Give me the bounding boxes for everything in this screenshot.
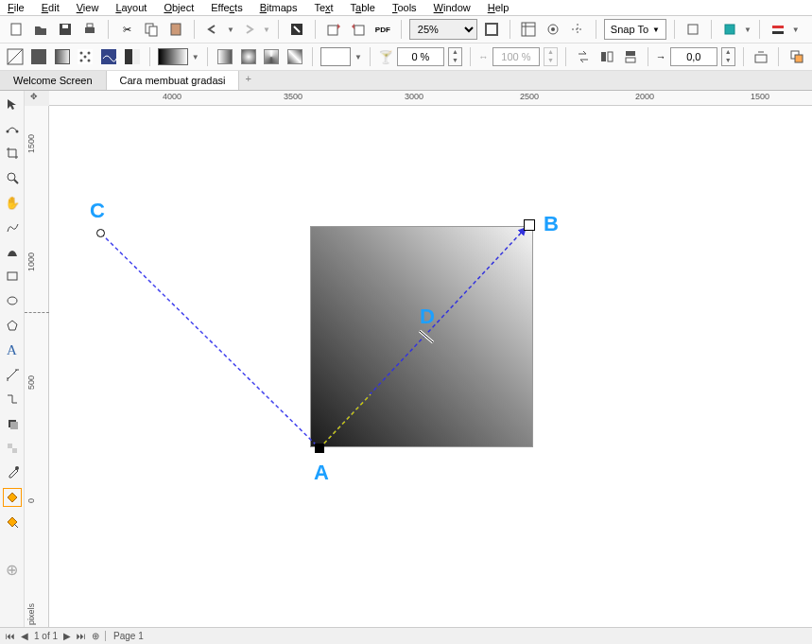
launcher-button[interactable]	[719, 19, 740, 40]
drop-shadow-tool[interactable]	[3, 414, 22, 433]
menu-file[interactable]: File	[8, 2, 25, 13]
new-button[interactable]	[6, 19, 26, 40]
interactive-fill-tool[interactable]	[3, 488, 22, 507]
connector-tool[interactable]	[3, 390, 22, 409]
color-dropdown-icon[interactable]: ▼	[354, 53, 362, 61]
page-tab[interactable]: Page 1	[105, 631, 144, 641]
reverse-fill-button[interactable]	[574, 46, 594, 67]
undo-dropdown-icon[interactable]: ▼	[227, 26, 234, 34]
publish-pdf-button[interactable]: PDF	[372, 19, 393, 40]
postscript-fill-button[interactable]	[122, 46, 142, 67]
annotation-d: D	[420, 305, 435, 329]
print-button[interactable]	[79, 19, 100, 40]
crop-tool[interactable]	[3, 144, 22, 163]
export-button[interactable]	[348, 19, 369, 40]
gradient-dropdown-icon[interactable]: ▼	[192, 53, 199, 61]
tab-document[interactable]: Cara membuat gradasi	[107, 71, 240, 90]
full-screen-button[interactable]	[481, 19, 502, 40]
menu-text[interactable]: Text	[314, 2, 333, 13]
menu-bitmaps[interactable]: Bitmaps	[260, 2, 298, 13]
tab-add-button[interactable]: +	[239, 71, 256, 90]
shape-tool[interactable]	[3, 119, 22, 138]
text-tool[interactable]: A	[3, 340, 22, 359]
merge-spinner[interactable]: ▲▼	[544, 47, 558, 66]
gradient-end-handle[interactable]	[524, 219, 535, 231]
fountain-fill-button[interactable]	[52, 46, 72, 67]
nav-prev-icon[interactable]: ◀	[21, 631, 28, 641]
polygon-tool[interactable]	[3, 316, 22, 335]
gradient-rectangle[interactable]	[310, 226, 533, 447]
app-launcher-button[interactable]	[768, 19, 788, 40]
rectangle-tool[interactable]	[3, 267, 22, 286]
elliptical-fountain-button[interactable]	[238, 46, 258, 67]
snap-to-button[interactable]: Snap To▼	[604, 19, 666, 40]
menu-table[interactable]: Table	[351, 2, 375, 13]
show-guidelines-button[interactable]	[567, 19, 588, 40]
app-dropdown-icon[interactable]: ▼	[792, 26, 800, 34]
nav-first-icon[interactable]: ⏮	[6, 631, 15, 641]
open-button[interactable]	[30, 19, 51, 40]
linear-fountain-button[interactable]	[216, 46, 235, 67]
redo-dropdown-icon[interactable]: ▼	[263, 26, 270, 34]
menu-help[interactable]: Help	[488, 2, 510, 13]
uniform-fill-button[interactable]	[29, 46, 49, 67]
gradient-preview[interactable]	[158, 48, 188, 65]
menu-object[interactable]: Object	[164, 2, 194, 13]
fill-none-button[interactable]	[6, 46, 26, 67]
menu-layout[interactable]: Layout	[115, 2, 147, 13]
menu-window[interactable]: Window	[434, 2, 471, 13]
options-button[interactable]	[682, 19, 703, 40]
nav-next-icon[interactable]: ▶	[63, 631, 71, 641]
launcher-dropdown-icon[interactable]: ▼	[744, 26, 752, 34]
transparency-spinner[interactable]: ▲▼	[448, 47, 462, 66]
parallel-dimension-tool[interactable]	[3, 365, 22, 384]
mirror-h-button[interactable]	[597, 46, 617, 67]
import-button[interactable]	[323, 19, 344, 40]
redo-button[interactable]	[238, 19, 259, 40]
nav-add-page-icon[interactable]: ⊕	[92, 631, 99, 641]
merge-input[interactable]	[492, 47, 540, 66]
show-rulers-button[interactable]	[518, 19, 539, 40]
transparency-input[interactable]	[397, 47, 444, 66]
transparency-tool[interactable]	[3, 439, 22, 458]
quick-customize-button[interactable]: ⊕	[3, 560, 22, 579]
zoom-select[interactable]: 25%	[409, 19, 477, 40]
node-color-swatch[interactable]	[320, 47, 351, 66]
tab-welcome[interactable]: Welcome Screen	[0, 71, 107, 90]
ellipse-tool[interactable]	[3, 291, 22, 310]
gradient-c-handle[interactable]	[96, 229, 105, 237]
work-area: ✋ A ⊕ ✥ 4000 3500 3000 2500 2000 1500 15…	[0, 91, 812, 629]
copy-fill-button[interactable]	[786, 46, 806, 67]
menu-view[interactable]: View	[77, 2, 99, 13]
conical-fountain-button[interactable]	[262, 46, 282, 67]
nav-last-icon[interactable]: ⏭	[77, 631, 86, 641]
undo-button[interactable]	[202, 19, 223, 40]
gradient-start-handle[interactable]	[315, 444, 324, 453]
show-grid-button[interactable]	[543, 19, 563, 40]
paste-button[interactable]	[165, 19, 186, 40]
cut-button[interactable]: ✂	[116, 19, 137, 40]
rectangular-fountain-button[interactable]	[285, 46, 305, 67]
rotate-spinner[interactable]: ▲▼	[721, 47, 735, 66]
crosshair-icon[interactable]: ✥	[30, 92, 38, 101]
mirror-v-button[interactable]	[620, 46, 640, 67]
artistic-media-tool[interactable]	[3, 242, 22, 261]
save-button[interactable]	[55, 19, 76, 40]
texture-fill-button[interactable]	[99, 46, 119, 67]
canvas[interactable]: C B D A	[49, 106, 812, 629]
rotate-input[interactable]	[670, 47, 717, 66]
freehand-tool[interactable]	[3, 218, 22, 236]
menu-edit[interactable]: Edit	[42, 2, 60, 13]
search-content-button[interactable]	[286, 19, 307, 40]
menu-tools[interactable]: Tools	[392, 2, 417, 13]
menu-effects[interactable]: Effects	[211, 2, 242, 13]
color-eyedropper-tool[interactable]	[3, 463, 22, 482]
pan-tool[interactable]: ✋	[3, 193, 22, 212]
pattern-fill-button[interactable]	[76, 46, 95, 67]
copy-button[interactable]	[141, 19, 162, 40]
zoom-tool[interactable]	[3, 168, 22, 187]
guideline[interactable]	[25, 312, 49, 313]
pick-tool[interactable]	[3, 95, 22, 113]
free-scale-button[interactable]	[752, 46, 771, 67]
smart-fill-tool[interactable]	[3, 513, 22, 531]
